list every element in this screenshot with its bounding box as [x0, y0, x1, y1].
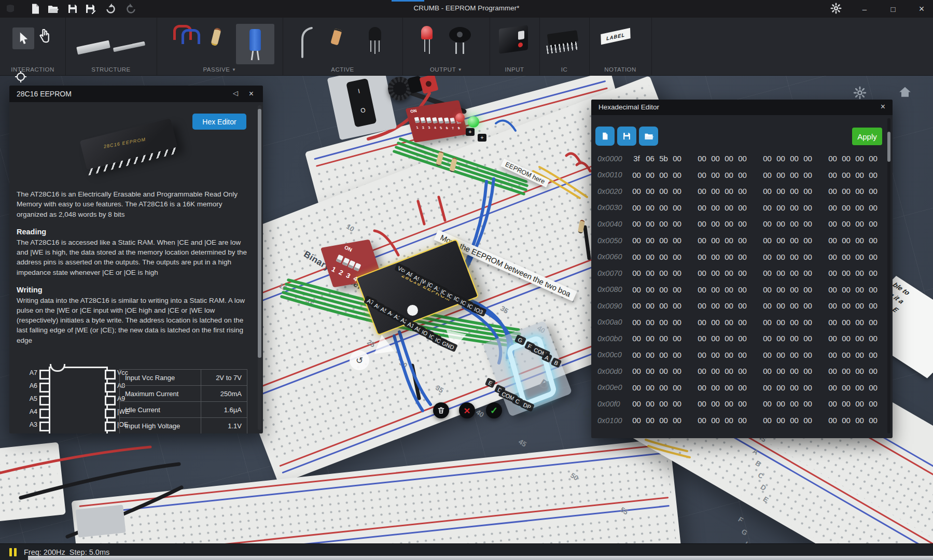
hex-byte[interactable]: 00 — [761, 269, 773, 277]
hex-byte[interactable]: 00 — [631, 399, 643, 408]
hex-byte[interactable]: 00 — [802, 301, 814, 310]
hex-byte[interactable]: 00 — [658, 187, 670, 195]
hex-byte[interactable]: 00 — [723, 171, 735, 179]
power-connector-red[interactable] — [419, 74, 438, 94]
hex-byte[interactable]: 00 — [736, 253, 748, 261]
hex-byte[interactable]: 00 — [736, 383, 748, 392]
hex-byte[interactable]: 00 — [854, 219, 866, 228]
hex-byte[interactable]: 00 — [788, 269, 800, 277]
hex-byte[interactable]: 00 — [802, 154, 814, 163]
rotate-handle[interactable]: ↺ — [350, 351, 369, 370]
hex-byte[interactable]: 00 — [788, 236, 800, 245]
hex-byte[interactable]: 00 — [840, 416, 852, 425]
hex-byte[interactable]: 00 — [775, 367, 787, 375]
hex-byte[interactable]: 00 — [788, 383, 800, 392]
hex-byte[interactable]: 00 — [840, 269, 852, 277]
hex-byte[interactable]: 00 — [867, 383, 879, 392]
hex-byte[interactable]: 00 — [671, 416, 683, 425]
hex-byte[interactable]: 00 — [775, 253, 787, 261]
hex-byte[interactable]: 00 — [788, 318, 800, 327]
hex-byte[interactable]: 00 — [802, 383, 814, 392]
hex-byte[interactable]: 00 — [827, 253, 839, 261]
hex-byte[interactable]: 00 — [802, 334, 814, 343]
dip8-toggle[interactable] — [414, 117, 420, 123]
hex-byte[interactable]: 00 — [631, 253, 643, 261]
hex-byte[interactable]: 00 — [723, 219, 735, 228]
hex-byte[interactable]: 00 — [631, 203, 643, 212]
hex-byte[interactable]: 00 — [696, 301, 708, 310]
hex-byte[interactable]: 00 — [788, 351, 800, 359]
hex-byte[interactable]: 00 — [723, 334, 735, 343]
hex-byte[interactable]: 00 — [709, 301, 721, 310]
breadboard-front[interactable] — [71, 438, 686, 560]
hex-byte[interactable]: 00 — [644, 416, 656, 425]
hex-byte[interactable]: 00 — [644, 203, 656, 212]
hex-byte[interactable]: 00 — [709, 367, 721, 375]
hex-byte[interactable]: 00 — [709, 383, 721, 392]
info-scrollbar-thumb[interactable] — [258, 109, 261, 358]
hex-byte[interactable]: 00 — [631, 269, 643, 277]
label-sticker-icon[interactable]: LABEL — [601, 28, 630, 45]
hex-byte[interactable]: 00 — [723, 253, 735, 261]
hex-byte[interactable]: 00 — [671, 219, 683, 228]
hex-byte[interactable]: 00 — [723, 269, 735, 277]
cursor-tool-selected[interactable] — [12, 27, 34, 49]
hex-byte[interactable]: 00 — [671, 187, 683, 195]
hex-byte[interactable]: 00 — [723, 301, 735, 310]
hex-byte[interactable]: 00 — [696, 187, 708, 195]
hex-byte[interactable]: 00 — [658, 203, 670, 212]
hex-byte[interactable]: 00 — [867, 334, 879, 343]
hex-byte[interactable]: 00 — [709, 269, 721, 277]
hex-byte[interactable]: 00 — [827, 269, 839, 277]
hex-byte[interactable]: 00 — [696, 399, 708, 408]
hex-byte[interactable]: 00 — [658, 351, 670, 359]
hex-byte[interactable]: 00 — [644, 269, 656, 277]
hex-byte[interactable]: 00 — [644, 399, 656, 408]
hex-byte[interactable]: 00 — [802, 171, 814, 179]
hex-byte[interactable]: 00 — [761, 171, 773, 179]
hex-byte[interactable]: 00 — [802, 187, 814, 195]
hex-byte[interactable]: 00 — [788, 253, 800, 261]
hex-byte[interactable]: 00 — [761, 203, 773, 212]
hex-scrollbar-track[interactable] — [887, 118, 890, 433]
input-module-icon[interactable] — [499, 25, 528, 54]
hex-byte[interactable]: 00 — [631, 171, 643, 179]
hex-byte[interactable]: 00 — [709, 219, 721, 228]
hex-byte[interactable]: 00 — [827, 285, 839, 294]
hex-byte[interactable]: 00 — [854, 253, 866, 261]
hex-byte[interactable]: 00 — [671, 334, 683, 343]
hex-byte[interactable]: 00 — [644, 334, 656, 343]
hex-save-button[interactable] — [617, 127, 636, 146]
hex-byte[interactable]: 00 — [671, 367, 683, 375]
hex-byte[interactable]: 00 — [671, 269, 683, 277]
hex-byte[interactable]: 00 — [671, 383, 683, 392]
hex-byte[interactable]: 00 — [696, 383, 708, 392]
hex-byte[interactable]: 00 — [761, 334, 773, 343]
save-as-button[interactable] — [84, 3, 96, 15]
hex-byte[interactable]: 00 — [658, 236, 670, 245]
hex-byte[interactable]: 00 — [761, 301, 773, 310]
hex-byte[interactable]: 00 — [854, 383, 866, 392]
hex-byte[interactable]: 00 — [736, 416, 748, 425]
hex-byte[interactable]: 00 — [775, 171, 787, 179]
hex-byte[interactable]: 00 — [802, 285, 814, 294]
hex-byte[interactable]: 00 — [696, 334, 708, 343]
hex-byte[interactable]: 00 — [775, 219, 787, 228]
hex-byte[interactable]: 00 — [840, 171, 852, 179]
hex-byte[interactable]: 00 — [709, 416, 721, 425]
hex-byte[interactable]: 00 — [761, 416, 773, 425]
hex-byte[interactable]: 00 — [788, 399, 800, 408]
hex-byte[interactable]: 00 — [840, 187, 852, 195]
dip8-toggle[interactable] — [432, 117, 438, 123]
hex-byte[interactable]: 00 — [854, 187, 866, 195]
hex-byte[interactable]: 00 — [736, 187, 748, 195]
back-button[interactable]: ◁ — [233, 89, 238, 97]
hex-byte[interactable]: 00 — [696, 285, 708, 294]
hex-byte[interactable]: 00 — [736, 285, 748, 294]
hex-byte[interactable]: 00 — [736, 219, 748, 228]
hex-byte[interactable]: 00 — [854, 269, 866, 277]
hex-byte[interactable]: 00 — [631, 187, 643, 195]
hex-byte[interactable]: 00 — [854, 416, 866, 425]
hex-byte[interactable]: 00 — [827, 171, 839, 179]
hex-byte[interactable]: 00 — [775, 351, 787, 359]
